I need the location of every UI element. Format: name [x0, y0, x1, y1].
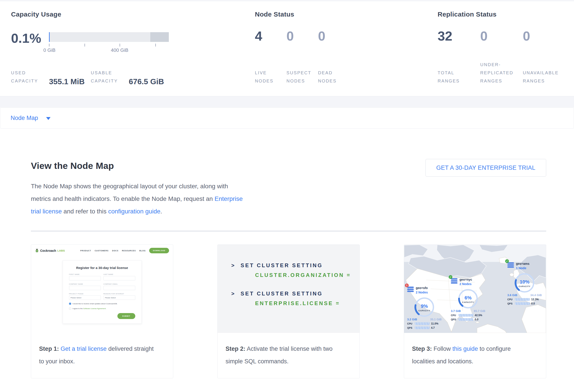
used-capacity-metric: USED CAPACITY 355.1 MiB	[11, 69, 84, 85]
configuration-guide-link[interactable]: configuration guide	[108, 208, 161, 215]
tick-mark	[155, 44, 156, 47]
capacity-axis-ticks	[49, 43, 169, 47]
sql-command-line: > SET CLUSTER SETTING	[231, 262, 360, 269]
logo-suffix: LABS	[57, 249, 65, 252]
capacity-used: 3.6 GiB	[507, 294, 517, 297]
cpu-sparkline	[415, 322, 430, 325]
step1-screenshot: Cockroach LABS PRODUCT CUSTOMERS DOCS RE…	[31, 245, 173, 333]
tick-mark	[120, 44, 120, 47]
sql-setting-line: ENTERPRISE.LICENSE =	[255, 300, 360, 306]
enterprise-trial-license-link[interactable]: Enterprise	[214, 195, 243, 202]
qps-stat-row: QPS 0.0	[451, 318, 485, 321]
capacity-label: CAPACITY	[418, 310, 430, 312]
intro-text: and refer to this	[62, 208, 108, 215]
field-label: PROJECT PHASE	[69, 293, 101, 295]
node-locality-sfo: 1 geo=sfo 2 Nodes	[407, 286, 442, 329]
step-number: Step 1:	[39, 345, 59, 352]
dead-nodes-count: 0	[318, 30, 349, 43]
cpu-sparkline	[459, 314, 473, 317]
qps-stat-row: QPS 4.7	[407, 326, 442, 329]
cluster-summary-bar: Capacity Usage 0.1% 0 GiB	[0, 1, 574, 96]
dead-nodes-label: DEAD NODES	[318, 69, 349, 85]
capacity-total: 65.7 GiB	[474, 309, 485, 313]
view-selector-dropdown[interactable]: Node Map	[0, 107, 574, 129]
capacity-bar: 0 GiB 400 GiB	[49, 32, 169, 54]
total-ranges-label: TOTAL RANGES	[438, 69, 480, 85]
view-selector-label: Node Map	[11, 115, 38, 121]
capacity-axis-labels: 0 GiB 400 GiB	[49, 47, 169, 54]
submit-button-image: SUBMIT	[117, 313, 135, 319]
locality-labels: geo=ams 1 Node	[516, 261, 530, 271]
cpu-stat-row: CPU 42.5%	[451, 314, 485, 317]
step-number: Step 3:	[412, 345, 432, 352]
step3-card: 1 geo=sfo 2 Nodes	[404, 244, 546, 378]
intro-text: The Node Map shows the geographical layo…	[31, 183, 228, 190]
step2-sql-snippet: > SET CLUSTER SETTING CLUSTER.ORGANIZATI…	[218, 245, 360, 333]
healthy-check-icon: ✓	[505, 259, 509, 263]
database-icon: ✓	[451, 278, 457, 284]
under-replicated-ranges-cell: 0 UNDER- REPLICATED RANGES	[480, 30, 523, 85]
text-input-image	[69, 286, 101, 290]
replication-status-cells: 32 TOTAL RANGES 0 UNDER- REPLICATED RANG…	[438, 30, 574, 85]
node-status-section: Node Status 4 LIVE NODES 0 SUSPECT NODES	[255, 11, 438, 85]
step2-caption: Step 2: Activate the trial license with …	[218, 333, 360, 368]
field-label: REASON FOR INTEREST	[103, 293, 135, 295]
tick-label-400: 400 GiB	[111, 47, 128, 53]
tick-mark	[84, 44, 85, 47]
node-map-intro: View the Node Map The Node Map shows the…	[0, 129, 574, 218]
get-enterprise-trial-button[interactable]: GET A 30-DAY ENTERPRISE TRIAL	[426, 159, 546, 177]
suspect-nodes-count: 0	[287, 30, 318, 43]
locality-header: 1 geo=sfo 2 Nodes	[407, 286, 442, 295]
form-field: COMPANY EMAIL	[103, 283, 135, 290]
checkbox-label: I agree to the Software License Agreemen…	[72, 308, 106, 310]
qps-label: QPS	[507, 302, 513, 305]
submit-row: SUBMIT	[69, 313, 135, 319]
locality-labels: geo=nyc 2 Nodes	[459, 277, 472, 286]
logo-wordmark: Cockroach	[40, 249, 56, 252]
tick-mark	[49, 44, 49, 47]
capacity-percent: 10%	[520, 279, 530, 285]
total-ranges-cell: 32 TOTAL RANGES	[438, 30, 480, 85]
intro-text: .	[161, 208, 162, 215]
form-fields: FIRST NAME LAST NAME COMPANY NAME	[69, 274, 135, 300]
capacity-label: CAPACITY	[462, 301, 474, 303]
cpu-stat-row: CPU 12.3%	[507, 298, 542, 301]
mini-site-header: Cockroach LABS PRODUCT CUSTOMERS DOCS RE…	[35, 248, 169, 253]
qps-value: 4.7	[431, 326, 435, 329]
cpu-stat-row: CPU 11.0%	[407, 322, 442, 325]
step-number: Step 2:	[226, 345, 246, 352]
step3-caption: Step 3: Follow this guide to configure l…	[404, 333, 546, 368]
locality-node-count: 2 Nodes	[416, 290, 428, 295]
text-input-image	[69, 276, 101, 280]
database-icon: ✓	[507, 262, 514, 269]
healthy-check-icon: ✓	[449, 275, 452, 279]
trial-steps-cards: Cockroach LABS PRODUCT CUSTOMERS DOCS RE…	[0, 231, 574, 378]
capacity-gauge-ring: 6% CAPACITY	[457, 288, 479, 309]
capacity-bar-nonusable-segment	[150, 32, 169, 42]
capacity-range: 3.2 GiB 35.1 GiB	[407, 318, 442, 321]
this-guide-link[interactable]: this guide	[452, 345, 478, 352]
get-trial-license-link[interactable]: Get a trial license	[61, 345, 107, 352]
dead-nodes-cell: 0 DEAD NODES	[318, 30, 349, 85]
nav-item: CUSTOMERS	[95, 250, 109, 252]
field-label: COMPANY NAME	[69, 283, 101, 285]
intro-text-block: View the Node Map The Node Map shows the…	[31, 161, 243, 218]
checkbox-label: I would like to receive email updates ab…	[72, 303, 118, 305]
capacity-label: CAPACITY	[519, 285, 530, 287]
locality-node-count: 1 Node	[516, 266, 530, 270]
cpu-label: CPU	[407, 322, 413, 325]
cpu-value: 11.0%	[431, 322, 438, 325]
locality-name: geo=sfo	[416, 286, 428, 290]
form-field: LAST NAME	[103, 274, 135, 280]
usable-capacity-metric: USABLE CAPACITY 676.5 GiB	[91, 69, 164, 85]
qps-sparkline	[415, 327, 430, 329]
capacity-usage-section: Capacity Usage 0.1% 0 GiB	[11, 11, 255, 85]
under-replicated-ranges-count: 0	[480, 30, 523, 43]
total-ranges-count: 32	[438, 30, 480, 43]
usable-capacity-value: 676.5 GiB	[129, 77, 164, 86]
capacity-percent: 9%	[421, 303, 428, 309]
form-field: REASON FOR INTEREST Please Select	[103, 293, 135, 300]
select-input-image: Please Select	[103, 296, 135, 300]
enterprise-trial-license-link[interactable]: trial license	[31, 208, 62, 215]
tick-label-zero: 0 GiB	[43, 47, 55, 53]
